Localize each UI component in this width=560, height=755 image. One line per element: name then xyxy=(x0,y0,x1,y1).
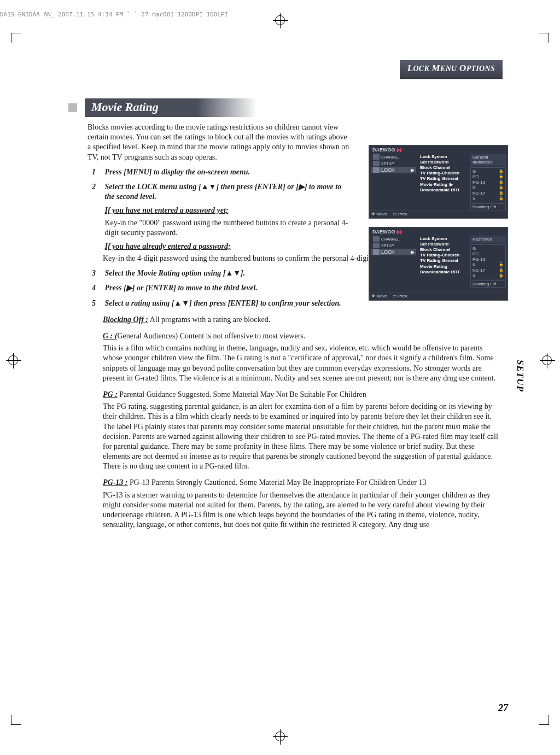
osd-rating-row: PG-13🔒 xyxy=(472,179,504,185)
intro-text: Blocks movies according to the movie rat… xyxy=(88,122,350,162)
tv-icon xyxy=(373,154,380,160)
osd-menu-item: SETUP xyxy=(371,160,416,167)
osd-menu-item: CHANNEL xyxy=(371,154,416,160)
osd-option: Downloadable RRT xyxy=(420,187,467,192)
osd-footer-move: ✥ Move xyxy=(371,212,387,216)
osd-option: Lock System xyxy=(420,236,467,241)
osd-screenshot: DAEWOO ◗◖ CHANNEL SETUP LOCK ▶ Lock Syst… xyxy=(369,145,508,219)
osd-rating-row: PG-13 xyxy=(472,256,504,262)
registration-mark xyxy=(542,355,552,365)
osd-blocking: Blocking Off xyxy=(470,280,506,288)
osd-option: Block Channel xyxy=(420,165,467,170)
subheading: If you have already entered a password; xyxy=(105,242,352,251)
section-title: Movie Rating xyxy=(85,98,257,117)
osd-rating-row: R🔓 xyxy=(472,262,504,267)
step-number: 4 xyxy=(92,283,103,293)
section-header: LOCK MENU OPTIONS xyxy=(400,60,503,79)
crop-mark xyxy=(11,33,21,43)
rating-desc: PG-13 Parents Strongly Cautioned. Some M… xyxy=(130,478,426,487)
registration-mark xyxy=(275,731,285,741)
osd-logo: DAEWOO ◗◖ xyxy=(369,145,508,153)
osd-option: Set Password xyxy=(420,241,467,247)
osd-right-header: Restricted xyxy=(470,236,506,243)
osd-option: TV Rating-General xyxy=(420,258,467,264)
subheading: If you have not entered a password yet; xyxy=(105,206,352,215)
crop-mark xyxy=(11,715,21,725)
osd-option: TV Rating-General xyxy=(420,176,467,182)
osd-option: Set Password xyxy=(420,159,467,165)
osd-screenshot: DAEWOO ◗◖ CHANNEL SETUP LOCK ▶ Lock Syst… xyxy=(369,227,508,301)
rating-desc: General Audiences) Content is not offens… xyxy=(117,332,305,340)
osd-menu-item-selected: LOCK ▶ xyxy=(371,167,416,173)
rating-label: G : ( xyxy=(103,332,117,340)
page-number: 27 xyxy=(498,703,508,714)
osd-rating-row: NC-17🔒 xyxy=(472,267,504,273)
step-number: 5 xyxy=(92,299,103,308)
osd-rating-row: NC-17🔒 xyxy=(472,190,504,196)
osd-rating-row: R🔒 xyxy=(472,185,504,190)
osd-rating-row: G🔒 xyxy=(472,168,504,174)
osd-footer-prev: ▭ Prev. xyxy=(393,294,408,299)
body-text: Key-in the "0000" password using the num… xyxy=(105,218,352,238)
step-text: Select the LOCK menu using [▲▼] then pre… xyxy=(105,183,342,201)
osd-menu-item: CHANNEL xyxy=(371,236,416,242)
gear-icon xyxy=(373,243,380,248)
osd-option: Movie Rating ▶ xyxy=(420,182,467,187)
osd-option: TV Rating-Children xyxy=(420,253,467,258)
lock-icon xyxy=(373,249,380,255)
lock-icon xyxy=(373,167,380,173)
osd-option: Downloadable RRT xyxy=(420,269,467,274)
osd-right-header: General audiences xyxy=(470,154,506,166)
osd-rating-row: PG🔒 xyxy=(472,174,504,179)
bullet-icon xyxy=(68,103,77,112)
tv-icon xyxy=(373,236,380,242)
step-text: Press [MENU] to display the on-screen me… xyxy=(105,167,352,177)
gear-icon xyxy=(373,161,380,166)
step-number: 1 xyxy=(92,167,103,177)
registration-mark xyxy=(275,15,285,25)
registration-mark xyxy=(8,355,18,365)
rating-desc: All programs with a rating are blocked. xyxy=(150,315,270,324)
rating-paragraph: PG-13 is a sterner warning to parents to… xyxy=(103,490,503,530)
rating-label: PG-13 : xyxy=(103,478,128,487)
section-title-row: Movie Rating xyxy=(68,98,503,117)
osd-footer-prev: ▭ Prev. xyxy=(393,212,408,216)
step-number: 2 xyxy=(92,182,103,192)
crop-mark xyxy=(539,33,549,43)
file-header: DA1S-GN1DAA-AN_ 2007.11.15 4:34 PM ˘ ` 2… xyxy=(0,11,228,18)
osd-option: Block Channel xyxy=(420,247,467,252)
osd-option: Lock System xyxy=(420,154,467,159)
rating-label: PG : xyxy=(103,390,118,399)
osd-rating-row: G xyxy=(472,245,504,251)
rating-paragraph: This is a film which contains nothing in… xyxy=(103,343,503,383)
osd-rating-row: PG xyxy=(472,251,504,256)
osd-logo: DAEWOO ◗◖ xyxy=(369,227,508,235)
osd-option: Movie Rating xyxy=(420,264,467,269)
rating-paragraph: The PG rating, suggesting parental guida… xyxy=(103,402,503,471)
step-number: 3 xyxy=(92,268,103,278)
side-tab: SETUP xyxy=(513,355,527,396)
osd-option: TV Rating-Children xyxy=(420,171,467,176)
rating-label: Blocking Off : xyxy=(103,315,148,324)
osd-menu-item: SETUP xyxy=(371,242,416,249)
osd-menu-item-selected: LOCK ▶ xyxy=(371,249,416,255)
rating-desc: Parental Guidance Suggested. Some Materi… xyxy=(119,390,366,399)
crop-mark xyxy=(539,715,549,725)
osd-footer-move: ✥ Move xyxy=(371,294,387,299)
osd-blocking: Blocking Off xyxy=(470,203,506,210)
osd-rating-row: X🔒 xyxy=(472,273,504,278)
osd-rating-row: X🔒 xyxy=(472,196,504,201)
